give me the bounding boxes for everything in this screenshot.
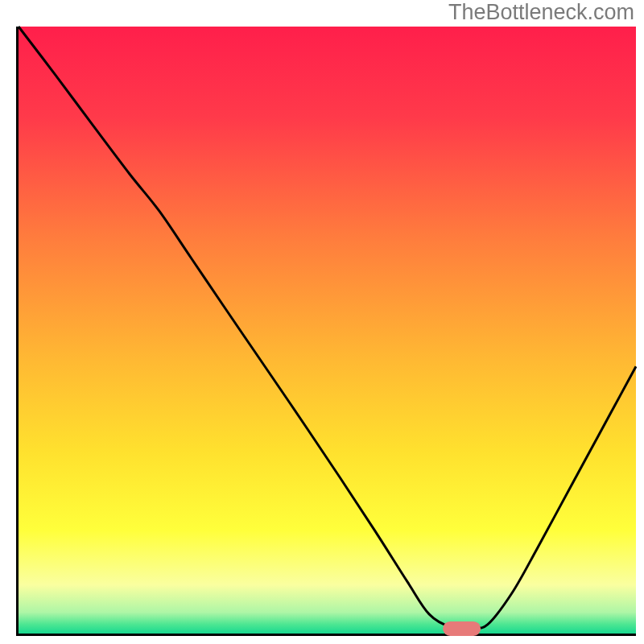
plot-area (16, 27, 636, 636)
bottleneck-curve (19, 27, 636, 634)
chart-frame: TheBottleneck.com (0, 0, 644, 644)
optimal-point-marker (443, 621, 481, 636)
watermark-text: TheBottleneck.com (448, 0, 634, 25)
